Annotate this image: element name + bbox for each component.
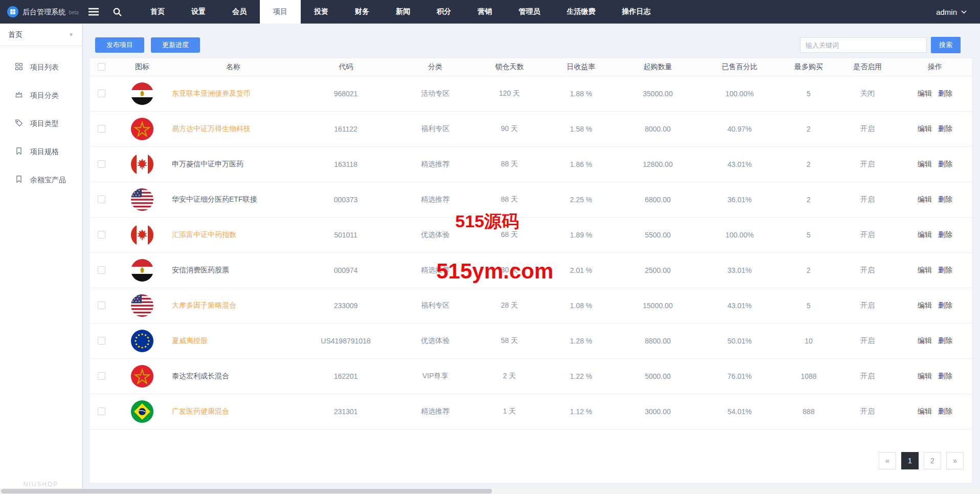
lock-days-cell: 90 天 — [474, 111, 545, 146]
delete-button[interactable]: 删除 — [938, 407, 952, 415]
row-checkbox[interactable] — [98, 407, 105, 415]
sidebar-item-4[interactable]: 项目规格 — [0, 138, 82, 166]
column-header-2: 名称 — [172, 58, 295, 76]
nav-item-11[interactable]: 生活缴费 — [553, 0, 609, 24]
sold-percent-cell: 54.01% — [699, 394, 781, 429]
row-checkbox[interactable] — [98, 160, 105, 168]
sidebar-items: 项目列表项目分类项目类型项目规格余额宝产品 — [0, 46, 82, 194]
delete-button[interactable]: 删除 — [938, 301, 952, 309]
project-category-cell: 精选推荐 — [397, 252, 474, 288]
flag-usa-icon — [131, 300, 153, 309]
row-checkbox[interactable] — [98, 90, 105, 97]
sidebar-item-5[interactable]: 余额宝产品 — [0, 166, 82, 194]
delete-button[interactable]: 删除 — [938, 124, 952, 133]
project-category-cell: 精选推荐 — [397, 182, 474, 217]
column-header-8: 已售百分比 — [699, 58, 781, 76]
nav-item-4[interactable]: 项目 — [260, 0, 301, 24]
select-all-checkbox[interactable] — [98, 63, 105, 71]
row-checkbox[interactable] — [98, 266, 105, 274]
delete-button[interactable]: 删除 — [938, 89, 952, 97]
edit-button[interactable]: 编辑 — [918, 372, 932, 380]
scrollbar-thumb[interactable] — [1, 489, 492, 493]
sidebar-section-home[interactable]: 首页 ▼ — [0, 24, 82, 46]
enabled-cell: 开启 — [837, 358, 898, 394]
project-category-cell: 优选体验 — [397, 217, 474, 252]
row-checkbox[interactable] — [98, 372, 105, 380]
edit-button[interactable]: 编辑 — [918, 89, 932, 97]
flag-morocco-icon — [131, 124, 153, 132]
hamburger-menu-icon[interactable] — [82, 0, 105, 24]
edit-button[interactable]: 编辑 — [918, 266, 932, 274]
nav-item-12[interactable]: 操作日志 — [609, 0, 664, 24]
sidebar-item-2[interactable]: 项目分类 — [0, 81, 82, 110]
horizontal-scrollbar[interactable] — [0, 488, 980, 494]
project-name-link[interactable]: 华安中证细分医药ETF联接 — [172, 195, 257, 203]
row-actions-cell: 编辑删除 — [898, 394, 972, 429]
delete-button[interactable]: 删除 — [938, 266, 952, 274]
sold-percent-cell: 50.01% — [699, 323, 781, 358]
pagination-next[interactable]: » — [946, 452, 964, 469]
nav-item-3[interactable]: 会员 — [219, 0, 260, 24]
update-progress-button[interactable]: 更新进度 — [151, 37, 200, 53]
row-checkbox[interactable] — [98, 196, 105, 203]
flag-usa-icon — [131, 195, 153, 203]
sidebar-item-1[interactable]: 项目列表 — [0, 53, 82, 81]
delete-button[interactable]: 删除 — [938, 195, 952, 203]
delete-button[interactable]: 删除 — [938, 372, 952, 380]
sidebar-item-3[interactable]: 项目类型 — [0, 110, 82, 138]
edit-button[interactable]: 编辑 — [918, 301, 932, 309]
delete-button[interactable]: 删除 — [938, 230, 952, 239]
project-name-link[interactable]: 大摩多因子策略混合 — [172, 301, 236, 309]
search-button[interactable]: 搜索 — [931, 37, 961, 53]
project-name-link[interactable]: 广发医药健康混合 — [172, 407, 229, 415]
sold-percent-cell: 43.01% — [699, 288, 781, 323]
nav-item-5[interactable]: 投资 — [301, 0, 342, 24]
nav-item-9[interactable]: 营销 — [464, 0, 505, 24]
project-code-cell: 501011 — [295, 217, 397, 252]
max-buy-cell: 10 — [781, 323, 837, 358]
project-name-link[interactable]: 夏威夷控股 — [172, 336, 208, 345]
project-name-cell: 申万菱信中证申万医药 — [172, 146, 295, 182]
edit-button[interactable]: 编辑 — [918, 160, 932, 168]
nav-item-2[interactable]: 设置 — [178, 0, 219, 24]
delete-button[interactable]: 删除 — [938, 336, 952, 345]
user-menu[interactable]: admin — [936, 0, 980, 24]
pagination-page-2[interactable]: 2 — [924, 452, 941, 469]
nav-item-7[interactable]: 新闻 — [383, 0, 424, 24]
project-name-link[interactable]: 申万菱信中证申万医药 — [172, 160, 243, 168]
project-name-link[interactable]: 泰达宏利成长混合 — [172, 372, 229, 380]
app-beta-badge: beta — [69, 10, 78, 15]
search-icon[interactable] — [105, 0, 129, 24]
pagination-prev[interactable]: « — [879, 452, 896, 469]
project-name-link[interactable]: 汇添富中证中药指数 — [172, 230, 236, 239]
nav-item-10[interactable]: 管理员 — [505, 0, 553, 24]
project-name-link[interactable]: 东亚联丰亚洲债券及货币 — [172, 89, 251, 97]
row-checkbox[interactable] — [98, 337, 105, 345]
nav-item-8[interactable]: 积分 — [424, 0, 464, 24]
table-row: 东亚联丰亚洲债券及货币968021活动专区120 天1.88 %35000.00… — [90, 76, 972, 111]
row-checkbox[interactable] — [98, 302, 105, 309]
edit-button[interactable]: 编辑 — [918, 407, 932, 415]
edit-button[interactable]: 编辑 — [918, 195, 932, 203]
nav-item-6[interactable]: 财务 — [342, 0, 383, 24]
keyword-search-input[interactable] — [800, 37, 927, 53]
max-buy-cell: 5 — [781, 76, 837, 111]
project-name-link[interactable]: 易方达中证万得生物科技 — [172, 124, 251, 133]
min-buy-cell: 5000.00 — [617, 358, 699, 394]
delete-button[interactable]: 删除 — [938, 160, 952, 168]
row-flag-cell — [113, 288, 172, 323]
edit-button[interactable]: 编辑 — [918, 124, 932, 133]
project-name-link[interactable]: 安信消费医药股票 — [172, 266, 229, 274]
row-checkbox[interactable] — [98, 125, 105, 133]
row-checkbox[interactable] — [98, 231, 105, 239]
row-flag-cell — [113, 323, 172, 358]
edit-button[interactable]: 编辑 — [918, 336, 932, 345]
nav-item-1[interactable]: 首页 — [137, 0, 178, 24]
sold-percent-cell: 43.01% — [699, 146, 781, 182]
pagination-page-1[interactable]: 1 — [901, 452, 919, 469]
daily-rate-cell: 2.01 % — [545, 252, 617, 288]
edit-button[interactable]: 编辑 — [918, 230, 932, 239]
enabled-cell: 开启 — [837, 146, 898, 182]
publish-project-button[interactable]: 发布项目 — [95, 37, 144, 53]
project-category-cell: 福利专区 — [397, 111, 474, 146]
